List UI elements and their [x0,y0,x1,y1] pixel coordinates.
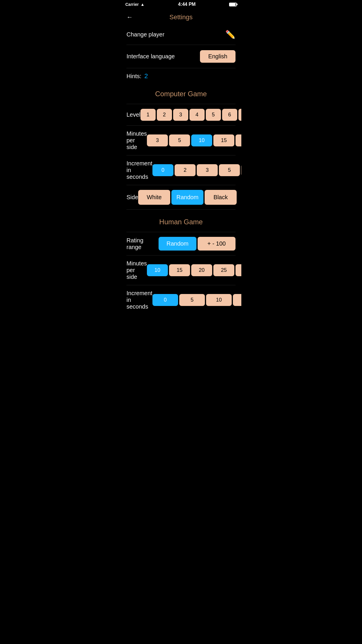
divider-5 [126,155,236,155]
rating-btn-group: Random + - 100 [159,237,236,251]
hints-value: 2 [144,72,148,80]
cg-minutes-row: Minutes per side 3 5 10 15 30 [121,127,241,154]
cg-increment-row: Increment in seconds 0 2 3 5 10 [121,157,241,184]
status-time: 4:44 PM [178,2,196,7]
hg-minutes-btn-20[interactable]: 20 [191,264,212,276]
cg-inc-btn-10[interactable]: 10 [241,164,241,176]
hg-minutes-btn-30[interactable]: 30 [236,264,241,276]
level-label: Level [126,111,140,118]
level-btn-7[interactable]: 7 [238,109,241,121]
rating-btn-random[interactable]: Random [159,237,196,251]
language-button[interactable]: English [200,50,236,63]
divider-1 [126,45,236,45]
hg-minutes-btn-25[interactable]: 25 [213,264,234,276]
hg-inc-btn-0[interactable]: 0 [152,294,178,306]
hg-minutes-btn-group: 10 15 20 25 30 [147,264,241,276]
carrier-label: Carrier [125,2,139,7]
change-player-label: Change player [126,31,164,38]
divider-4 [126,125,236,126]
side-row: Side White Random Black [121,186,241,208]
status-left: Carrier ▲ [125,2,145,7]
level-btn-4[interactable]: 4 [189,109,205,121]
hg-inc-btn-10[interactable]: 10 [206,294,232,306]
cg-inc-btn-5[interactable]: 5 [219,164,240,176]
hg-increment-btn-group: 0 5 10 15 [152,294,241,306]
divider-9 [126,255,236,256]
interface-language-label: Interface language [126,53,175,60]
status-right [229,3,237,6]
change-player-row: Change player ✏️ [121,26,241,43]
computer-game-section-title: Computer Game [121,83,241,103]
cg-minutes-btn-group: 3 5 10 15 30 [147,134,241,146]
divider-10 [126,285,236,285]
cg-inc-btn-0[interactable]: 0 [152,164,173,176]
side-btn-black[interactable]: Black [205,190,237,205]
interface-language-row: Interface language English [121,46,241,67]
edit-icon[interactable]: ✏️ [225,30,236,39]
divider-8 [126,232,236,232]
status-bar: Carrier ▲ 4:44 PM [121,0,241,9]
page-title: Settings [169,13,193,21]
level-btn-5[interactable]: 5 [206,109,221,121]
cg-minutes-btn-3[interactable]: 3 [147,134,168,146]
human-game-section-title: Human Game [121,211,241,231]
hg-minutes-label: Minutes per side [126,260,147,280]
cg-increment-btn-group: 0 2 3 5 10 [152,164,241,176]
back-button[interactable]: ← [126,13,133,21]
header: ← Settings [121,9,241,26]
cg-minutes-btn-15[interactable]: 15 [213,134,234,146]
side-btn-white[interactable]: White [138,190,170,205]
hg-increment-label: Increment in seconds [126,290,152,310]
level-btn-6[interactable]: 6 [222,109,237,121]
wifi-icon: ▲ [140,2,145,7]
divider-2 [126,68,236,68]
cg-minutes-btn-30[interactable]: 30 [236,134,241,146]
divider-3 [126,104,236,104]
level-btn-2[interactable]: 2 [157,109,172,121]
cg-inc-btn-2[interactable]: 2 [175,164,196,176]
cg-increment-label: Increment in seconds [126,160,152,180]
side-label: Side [126,194,138,201]
cg-minutes-btn-5[interactable]: 5 [169,134,190,146]
hints-row: Hints: 2 [121,69,241,83]
hints-label: Hints: [126,73,141,80]
rating-range-row: Rating range Random + - 100 [121,233,241,254]
hg-increment-row: Increment in seconds 0 5 10 15 [121,286,241,314]
divider-6 [126,185,236,185]
hg-minutes-row: Minutes per side 10 15 20 25 30 [121,257,241,284]
rating-btn-100[interactable]: + - 100 [198,237,236,251]
rating-range-label: Rating range [126,237,159,251]
battery-icon [229,3,237,6]
level-btn-1[interactable]: 1 [140,109,156,121]
hg-inc-btn-5[interactable]: 5 [179,294,205,306]
hg-minutes-btn-10[interactable]: 10 [147,264,168,276]
hg-minutes-btn-15[interactable]: 15 [169,264,190,276]
cg-minutes-btn-10[interactable]: 10 [191,134,212,146]
hg-inc-btn-15[interactable]: 15 [233,294,241,306]
cg-minutes-label: Minutes per side [126,130,147,150]
cg-inc-btn-3[interactable]: 3 [197,164,218,176]
side-btn-group: White Random Black [138,190,237,205]
side-btn-random[interactable]: Random [171,190,203,205]
level-row: Level 1 2 3 4 5 6 7 8 [121,105,241,124]
level-btn-group: 1 2 3 4 5 6 7 8 [140,109,241,121]
divider-7 [126,209,236,210]
level-btn-3[interactable]: 3 [173,109,188,121]
